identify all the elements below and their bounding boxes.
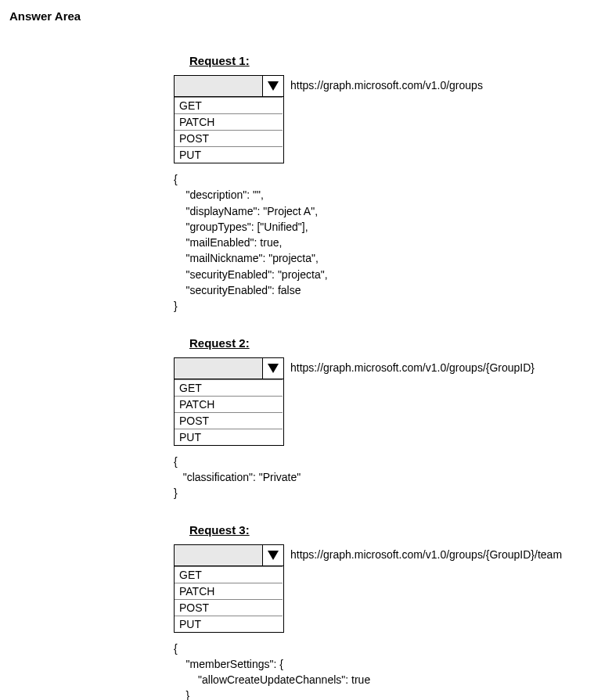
json-line: { [174,641,603,656]
svg-marker-0 [268,81,279,91]
json-line: "description": "", [174,187,603,203]
dropdown-option-patch[interactable]: PATCH [175,583,283,599]
dropdown-option-patch[interactable]: PATCH [175,113,283,130]
json-line: "securityEnabled": false [174,282,603,298]
dropdown-option-put[interactable]: PUT [175,429,283,445]
json-line: { [174,171,603,187]
request-1-heading: Request 1: [189,54,603,67]
dropdown-option-get[interactable]: GET [175,379,283,396]
request-2-method-dropdown[interactable]: GET PATCH POST PUT [174,357,284,446]
json-line: "securityEnabled": "projecta", [174,267,603,282]
request-1-method-dropdown[interactable]: GET PATCH POST PUT [174,75,284,163]
json-line: "mailEnabled": true, [174,235,603,250]
dropdown-option-post[interactable]: POST [175,412,283,429]
json-line: "memberSettings": { [174,656,603,672]
dropdown-option-patch[interactable]: PATCH [175,396,283,412]
json-line: { [174,454,603,469]
json-line: "allowCreateUpdateChannels": true [174,672,603,687]
request-2: Request 2: GET PATCH POST PUT https://gr… [174,336,603,501]
svg-marker-1 [268,364,279,373]
json-line: "classification": "Private" [174,469,603,485]
json-line: "mailNickname": "projecta", [174,250,603,266]
json-line: } [174,485,603,501]
dropdown-selected-blank [175,358,263,379]
request-2-body: { "classification": "Private" } [174,454,603,501]
request-3-body: { "memberSettings": { "allowCreateUpdate… [174,641,603,700]
request-1-url: https://graph.microsoft.com/v1.0/groups [284,75,483,92]
request-3: Request 3: GET PATCH POST PUT https://gr… [174,523,603,700]
dropdown-option-get[interactable]: GET [175,97,283,113]
dropdown-selected-blank [175,76,263,96]
request-1-body: { "description": "", "displayName": "Pro… [174,171,603,314]
request-3-method-dropdown[interactable]: GET PATCH POST PUT [174,544,284,633]
dropdown-selected-blank [175,545,263,565]
dropdown-toggle[interactable] [263,545,283,565]
request-2-url: https://graph.microsoft.com/v1.0/groups/… [284,357,535,374]
chevron-down-icon [268,364,279,373]
svg-marker-2 [268,551,279,560]
dropdown-toggle[interactable] [263,358,283,379]
request-1: Request 1: GET PATCH POST PUT https://gr… [174,54,603,314]
json-line: "groupTypes": ["Unified"], [174,219,603,235]
dropdown-option-get[interactable]: GET [175,566,283,583]
dropdown-option-post[interactable]: POST [175,130,283,146]
chevron-down-icon [268,81,279,91]
json-line: } [174,687,603,700]
request-2-heading: Request 2: [189,336,603,350]
request-3-url: https://graph.microsoft.com/v1.0/groups/… [284,544,562,561]
dropdown-option-put[interactable]: PUT [175,616,283,632]
dropdown-option-post[interactable]: POST [175,599,283,616]
json-line: } [174,298,603,314]
json-line: "displayName": "Project A", [174,203,603,219]
chevron-down-icon [268,551,279,560]
request-3-heading: Request 3: [189,523,603,537]
page-title: Answer Area [9,9,603,23]
dropdown-option-put[interactable]: PUT [175,146,283,163]
dropdown-toggle[interactable] [263,76,283,96]
